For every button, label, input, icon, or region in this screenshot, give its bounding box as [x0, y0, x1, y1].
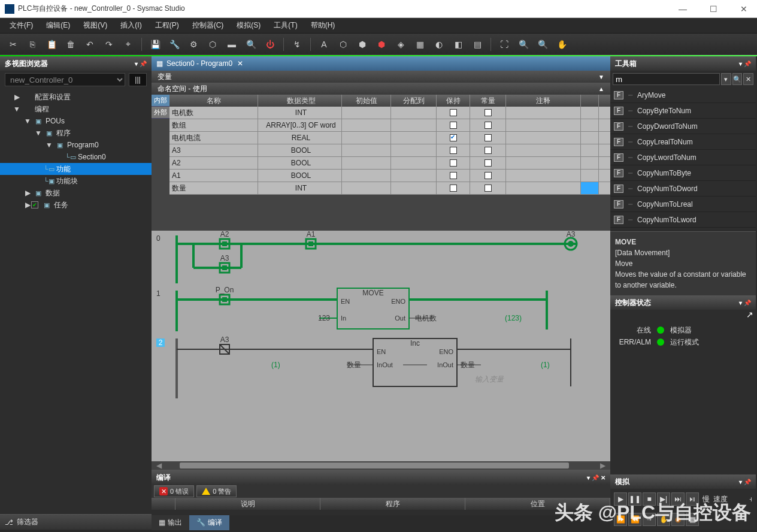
pin-icon[interactable]: ▾ 📌	[135, 61, 147, 67]
minimize-button[interactable]: —	[674, 2, 692, 16]
menu-item[interactable]: 帮助(H)	[305, 18, 341, 33]
namespace-header[interactable]: 命名空间 - 使用▲	[152, 83, 610, 95]
save-icon[interactable]: 💾	[148, 37, 162, 52]
status-pin-icon[interactable]: ▾ 📌	[739, 300, 751, 306]
toolbox-item[interactable]: F┈CopyLwordToNum	[610, 150, 756, 165]
toolbox-list[interactable]: F┈AryMoveF┈CopyByteToNumF┈CopyDwordToNum…	[610, 87, 756, 231]
sim-f-icon[interactable]: ▦	[413, 37, 427, 52]
toolbox-item[interactable]: F┈CopyNumToLword	[610, 212, 756, 228]
controller-select[interactable]: new_Controller_0	[5, 73, 125, 86]
menu-item[interactable]: 文件(F)	[4, 18, 39, 33]
variable-row[interactable]: A3BOOL	[169, 144, 610, 157]
sim-c-icon[interactable]: ⬢	[355, 37, 370, 52]
toolbox-pin-icon[interactable]: ▾ 📌	[739, 61, 751, 67]
build-icon[interactable]: 🔧	[167, 37, 181, 52]
variables-header[interactable]: 变量▼	[152, 71, 610, 83]
sim-e-icon[interactable]: ◈	[393, 37, 408, 52]
build-col-desc[interactable]: 说明	[175, 498, 320, 510]
rebuild-icon[interactable]: ⚙	[186, 37, 201, 52]
document-tab[interactable]: ▦ Section0 - Program0 ✕	[152, 56, 610, 71]
h-scrollbar[interactable]: ◀▶	[152, 461, 610, 470]
menu-item[interactable]: 视图(V)	[77, 18, 113, 33]
tree-node[interactable]: ▼▣Program0	[0, 139, 152, 151]
search-dropdown-icon[interactable]: ▾	[721, 73, 731, 85]
menu-item[interactable]: 工程(P)	[149, 18, 185, 33]
project-tree[interactable]: ▶配置和设置▼编程▼▣POUs▼▣程序▼▣Program0└▭Section0└…	[0, 89, 152, 304]
menu-item[interactable]: 控制器(C)	[186, 18, 230, 33]
cursor-icon[interactable]: ⌖	[121, 37, 135, 52]
toolbox-item[interactable]: F┈CopyNumToByte	[610, 165, 756, 181]
toolbox-item[interactable]: F┈CopyDwordToNum	[610, 119, 756, 134]
sim-a-icon[interactable]: A	[317, 37, 331, 52]
filter-button[interactable]: ⎇筛选器	[0, 514, 152, 530]
hand-icon[interactable]: ✋	[555, 37, 569, 52]
sim-i-icon[interactable]: ▤	[470, 37, 485, 52]
variable-row[interactable]: 电机电流REAL	[169, 132, 610, 144]
redo-icon[interactable]: ↷	[102, 37, 116, 52]
sim-d-icon[interactable]: ⬢	[374, 37, 389, 52]
col-init[interactable]: 初始值	[342, 95, 391, 107]
search-icon[interactable]: 🔍	[732, 73, 743, 85]
col-comment[interactable]: 注释	[506, 95, 581, 107]
variable-row[interactable]: A2BOOL	[169, 157, 610, 170]
sim-b-icon[interactable]: ⬡	[336, 37, 350, 52]
zoom-out-icon[interactable]: 🔍	[535, 37, 550, 52]
paste-icon[interactable]: 📋	[44, 37, 59, 52]
build-col-prog[interactable]: 程序	[320, 498, 465, 510]
build-tab[interactable]: 🔧 编译	[189, 515, 229, 530]
copy-icon[interactable]: ⎘	[25, 37, 40, 52]
variable-row[interactable]: 数量INT	[169, 182, 610, 195]
online-icon[interactable]: ↯	[290, 37, 304, 52]
toolbox-item[interactable]: F┈CopyNumToLreal	[610, 197, 756, 212]
menu-item[interactable]: 编辑(E)	[40, 18, 76, 33]
tree-node[interactable]: ▶✔▣任务	[0, 199, 152, 211]
tree-node[interactable]: └▭功能	[0, 163, 152, 175]
toolbox-item[interactable]: F┈CopyLrealToNum	[610, 134, 756, 150]
tree-node[interactable]: ▶▣数据	[0, 187, 152, 199]
build-pin-icon[interactable]: ▾ 📌 ✕	[587, 474, 605, 481]
error-count[interactable]: ✕0 错误	[154, 485, 194, 497]
output-tab[interactable]: ▦ 输出	[152, 515, 189, 530]
col-alloc[interactable]: 分配到	[391, 95, 437, 107]
expand-icon[interactable]: ↗	[746, 310, 753, 319]
menu-item[interactable]: 工具(T)	[268, 18, 303, 33]
maximize-button[interactable]: ☐	[705, 2, 722, 16]
menu-item[interactable]: 插入(I)	[114, 18, 147, 33]
sim-pin-icon[interactable]: ▾ 📌	[739, 479, 751, 485]
delete-icon[interactable]: 🗑	[63, 37, 78, 52]
external-tab[interactable]: 外部	[152, 107, 169, 119]
compare-icon[interactable]: ▬	[225, 37, 239, 52]
toolbox-search-input[interactable]	[613, 73, 720, 85]
tree-node[interactable]: ▼▣程序	[0, 127, 152, 139]
toolbox-item[interactable]: F┈CopyByteToNum	[610, 103, 756, 119]
find-icon[interactable]: 🔍	[244, 37, 258, 52]
col-const[interactable]: 常量	[470, 95, 506, 107]
tree-node[interactable]: └▭Section0	[0, 151, 152, 163]
col-type[interactable]: 数据类型	[258, 95, 342, 107]
warning-count[interactable]: 0 警告	[196, 485, 237, 497]
cut-icon[interactable]: ✂	[6, 37, 20, 52]
offline-icon[interactable]: ⬡	[205, 37, 220, 52]
col-retain[interactable]: 保持	[437, 95, 470, 107]
sim-h-icon[interactable]: ◧	[451, 37, 465, 52]
internal-tab[interactable]: 内部	[152, 95, 169, 107]
variable-row[interactable]: A1BOOL	[169, 170, 610, 182]
tree-node[interactable]: └▣功能块	[0, 175, 152, 187]
undo-icon[interactable]: ↶	[83, 37, 97, 52]
toolbox-item[interactable]: F┈AryMove	[610, 87, 756, 103]
crop-icon[interactable]: ⛶	[497, 37, 511, 52]
tab-close-icon[interactable]: ✕	[237, 59, 243, 68]
tree-node[interactable]: ▶配置和设置	[0, 91, 152, 103]
variable-row[interactable]: 数组ARRAY[0..3] OF word	[169, 119, 610, 132]
toolbox-item[interactable]: F┈CopyNumToDword	[610, 181, 756, 197]
menu-item[interactable]: 模拟(S)	[231, 18, 267, 33]
tree-node[interactable]: ▼编程	[0, 103, 152, 115]
ladder-editor[interactable]: A2 A1 A3 A3 P_On MOVE EN ENO In Out	[152, 231, 610, 461]
variable-row[interactable]: 电机数INT	[169, 107, 610, 119]
stop-icon[interactable]: ⏻	[263, 37, 277, 52]
tree-node[interactable]: ▼▣POUs	[0, 115, 152, 127]
close-button[interactable]: ✕	[735, 2, 752, 16]
zoom-in-icon[interactable]: 🔍	[516, 37, 531, 52]
col-name[interactable]: 名称	[169, 95, 258, 107]
search-clear-icon[interactable]: ✕	[743, 73, 753, 85]
